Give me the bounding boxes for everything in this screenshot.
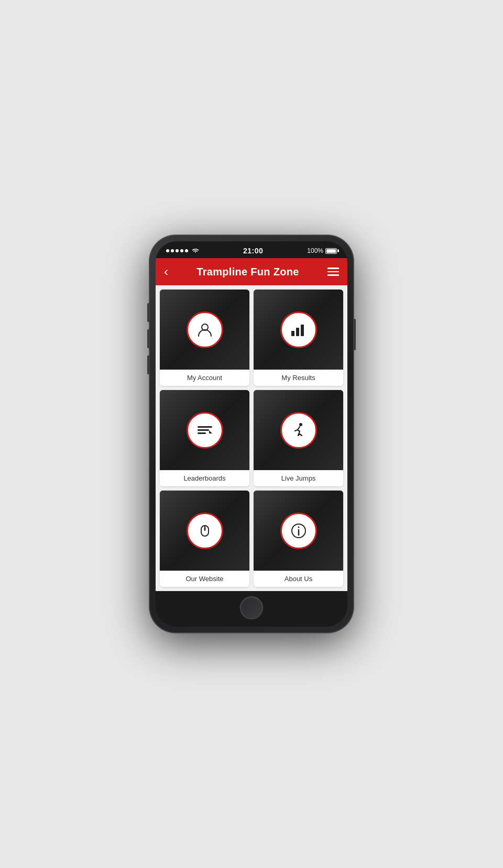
tile-live-jumps[interactable]: Live Jumps: [254, 390, 343, 486]
tile-leaderboards-image: [160, 390, 249, 470]
person-icon: [195, 320, 214, 339]
menu-grid: My Account My Results: [156, 285, 347, 591]
wifi-icon: [192, 247, 199, 254]
bar-chart-icon: [289, 320, 308, 339]
mouse-icon: [195, 521, 214, 540]
tile-about-us[interactable]: About Us: [254, 491, 343, 587]
status-time: 21:00: [243, 247, 263, 255]
app-header: ‹ Trampline Fun Zone: [156, 258, 347, 285]
svg-rect-4: [198, 426, 212, 428]
tile-my-account-image: [160, 290, 249, 370]
tile-leaderboards-icon-circle: [187, 412, 223, 449]
running-icon: [289, 421, 308, 440]
svg-point-11: [204, 527, 205, 530]
battery-percent: 100%: [307, 247, 323, 254]
tile-live-jumps-label: Live Jumps: [254, 470, 343, 486]
tile-about-us-icon-circle: [280, 513, 317, 549]
svg-marker-7: [209, 430, 212, 433]
svg-rect-6: [198, 432, 206, 434]
tile-my-results-icon-circle: [280, 311, 317, 348]
tile-about-us-label: About Us: [254, 571, 343, 587]
home-button[interactable]: [240, 596, 263, 619]
tile-my-results-label: My Results: [254, 370, 343, 386]
svg-rect-3: [301, 325, 304, 336]
menu-line-3: [327, 274, 339, 276]
svg-point-8: [299, 423, 302, 426]
phone-device: 21:00 100% ‹ Trampline Fun Zone: [149, 235, 354, 633]
app-title: Trampline Fun Zone: [196, 266, 299, 278]
tile-my-results[interactable]: My Results: [254, 290, 343, 386]
back-button[interactable]: ‹: [164, 264, 168, 279]
signal-dot-3: [176, 249, 179, 252]
svg-rect-2: [296, 328, 299, 336]
signal-dot-5: [185, 249, 188, 252]
home-button-area: [156, 591, 347, 627]
tile-leaderboards-label: Leaderboards: [160, 470, 249, 486]
signal-dot-2: [171, 249, 174, 252]
signal-dot-1: [166, 249, 169, 252]
signal-dot-4: [180, 249, 183, 252]
tile-our-website-image: [160, 491, 249, 571]
tile-our-website-label: Our Website: [160, 571, 249, 587]
phone-screen: 21:00 100% ‹ Trampline Fun Zone: [156, 241, 347, 627]
battery-area: 100%: [307, 247, 337, 254]
signal-area: [166, 247, 199, 254]
svg-rect-5: [198, 429, 209, 431]
tile-our-website-icon-circle: [187, 513, 223, 549]
leaderboard-icon: [195, 421, 214, 440]
tile-about-us-image: [254, 491, 343, 571]
tile-our-website[interactable]: Our Website: [160, 491, 249, 587]
tile-my-results-image: [254, 290, 343, 370]
tile-live-jumps-icon-circle: [280, 412, 317, 449]
svg-rect-1: [291, 331, 294, 336]
tile-live-jumps-image: [254, 390, 343, 470]
menu-line-2: [327, 271, 339, 273]
menu-button[interactable]: [327, 268, 339, 276]
svg-point-14: [298, 526, 299, 528]
tile-my-account[interactable]: My Account: [160, 290, 249, 386]
info-icon: [289, 521, 308, 540]
menu-line-1: [327, 268, 339, 269]
tile-my-account-label: My Account: [160, 370, 249, 386]
status-bar: 21:00 100%: [156, 241, 347, 258]
tile-leaderboards[interactable]: Leaderboards: [160, 390, 249, 486]
tile-my-account-icon-circle: [187, 311, 223, 348]
battery-icon: [325, 248, 337, 254]
battery-fill: [326, 249, 336, 253]
